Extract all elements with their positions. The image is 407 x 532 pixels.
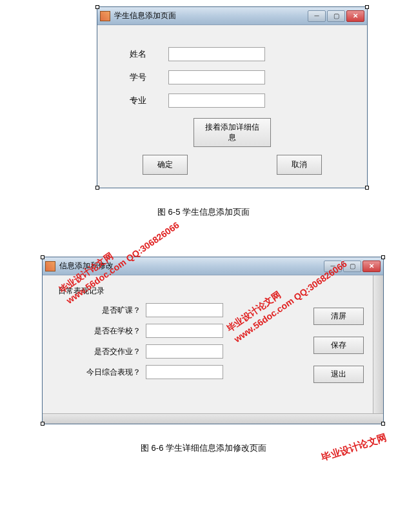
absent-label: 是否旷课？ bbox=[81, 305, 146, 316]
window-controls: ─ ▢ ✕ bbox=[308, 10, 364, 22]
at-school-label: 是否在学校？ bbox=[81, 326, 146, 337]
side-buttons: 清屏 保存 退出 bbox=[313, 308, 364, 383]
window-controls: ─ ▢ ✕ bbox=[324, 261, 381, 272]
app-icon bbox=[100, 11, 110, 21]
absent-input[interactable] bbox=[146, 303, 223, 317]
app-icon bbox=[45, 261, 55, 271]
exit-button[interactable]: 退出 bbox=[313, 366, 364, 383]
save-button[interactable]: 保存 bbox=[313, 337, 364, 354]
close-button[interactable]: ✕ bbox=[346, 10, 364, 22]
button-row: 确定 取消 bbox=[110, 155, 354, 175]
id-row: 学号 bbox=[110, 70, 354, 84]
selection-handle[interactable] bbox=[381, 422, 385, 426]
horizontal-scrollbar[interactable] bbox=[43, 413, 383, 424]
titlebar[interactable]: 学生信息添加页面 ─ ▢ ✕ bbox=[97, 7, 367, 25]
client-area: 姓名 学号 专业 接着添加详细信息 确定 取消 bbox=[97, 25, 367, 188]
major-input[interactable] bbox=[168, 94, 265, 108]
selection-handle[interactable] bbox=[365, 186, 369, 190]
add-detail-button[interactable]: 接着添加详细信息 bbox=[194, 118, 271, 147]
performance-input[interactable] bbox=[146, 365, 223, 379]
cancel-button[interactable]: 取消 bbox=[277, 155, 322, 175]
maximize-button[interactable]: ▢ bbox=[327, 10, 345, 22]
info-add-modify-window: 信息添加和修改 ─ ▢ ✕ 日常表现记录 是否旷课？ 是否在学校？ 是否交作业？… bbox=[42, 257, 384, 424]
selection-handle[interactable] bbox=[365, 5, 369, 9]
titlebar[interactable]: 信息添加和修改 ─ ▢ ✕ bbox=[43, 257, 383, 275]
figure-caption-2: 图 6-6 学生详细信息添加修改页面 bbox=[0, 442, 407, 454]
vertical-scrollbar[interactable] bbox=[373, 275, 383, 413]
name-input[interactable] bbox=[168, 47, 265, 61]
close-button[interactable]: ✕ bbox=[362, 261, 381, 272]
window-title: 学生信息添加页面 bbox=[114, 10, 308, 21]
major-row: 专业 bbox=[110, 94, 354, 108]
client-area: 日常表现记录 是否旷课？ 是否在学校？ 是否交作业？ 今日综合表现？ 清屏 保存… bbox=[43, 275, 383, 424]
window-title: 信息添加和修改 bbox=[59, 261, 324, 271]
section-title: 日常表现记录 bbox=[55, 286, 370, 297]
selection-handle[interactable] bbox=[95, 186, 99, 190]
selection-handle[interactable] bbox=[41, 255, 45, 259]
minimize-button[interactable]: ─ bbox=[324, 261, 342, 272]
ok-button[interactable]: 确定 bbox=[143, 155, 188, 175]
id-input[interactable] bbox=[168, 70, 265, 84]
at-school-input[interactable] bbox=[146, 324, 223, 338]
major-label: 专业 bbox=[130, 95, 168, 106]
clear-button[interactable]: 清屏 bbox=[313, 308, 364, 325]
name-row: 姓名 bbox=[110, 47, 354, 61]
selection-handle[interactable] bbox=[381, 255, 385, 259]
maximize-button[interactable]: ▢ bbox=[343, 261, 361, 272]
selection-handle[interactable] bbox=[95, 5, 99, 9]
homework-label: 是否交作业？ bbox=[81, 346, 146, 357]
minimize-button[interactable]: ─ bbox=[308, 10, 326, 22]
homework-input[interactable] bbox=[146, 344, 223, 359]
figure-caption-1: 图 6-5 学生信息添加页面 bbox=[0, 206, 407, 218]
id-label: 学号 bbox=[130, 72, 168, 83]
selection-handle[interactable] bbox=[41, 422, 45, 426]
name-label: 姓名 bbox=[130, 48, 168, 60]
performance-label: 今日综合表现？ bbox=[81, 367, 146, 378]
student-info-add-window: 学生信息添加页面 ─ ▢ ✕ 姓名 学号 专业 接着添加详细信息 确定 取消 bbox=[97, 6, 368, 188]
